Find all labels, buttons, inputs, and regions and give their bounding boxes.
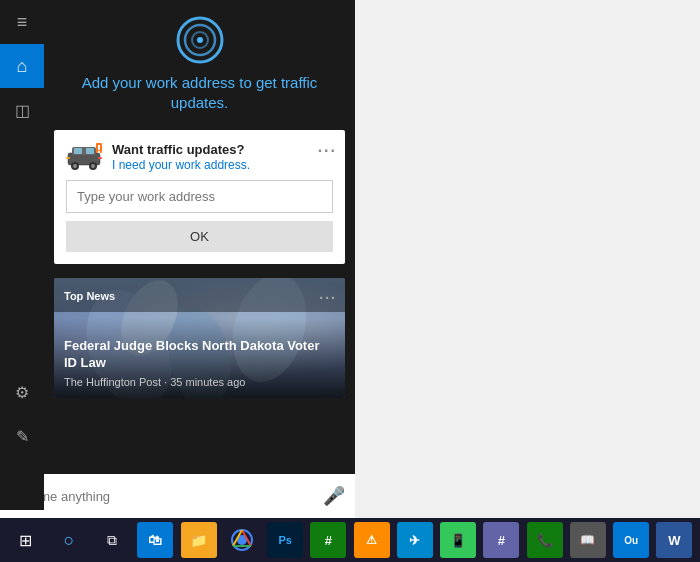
sidebar-item-settings[interactable]: ⚙ (0, 370, 44, 414)
calculator-taskbar-item[interactable]: # (307, 518, 350, 562)
start-button[interactable]: ⊞ (4, 518, 47, 562)
svg-rect-12 (66, 157, 70, 159)
svg-point-11 (91, 164, 95, 168)
svg-point-3 (197, 37, 203, 43)
news-section-label: Top News (64, 290, 115, 302)
windows-icon: ⊞ (19, 531, 32, 550)
sidebar-item-menu[interactable]: ≡ (0, 0, 44, 44)
news-card: ... Top News Federal Judge Blocks No (54, 278, 345, 398)
svg-rect-6 (74, 148, 82, 154)
outlook-taskbar-item[interactable]: Ou (610, 518, 653, 562)
traffic-card: ... (54, 130, 345, 264)
cortana-panel: ≡ ⌂ ◫ ⚙ ✎ Add your wo (0, 0, 355, 562)
photoshop-taskbar-item[interactable]: Ps (264, 518, 307, 562)
book-icon: 📖 (570, 522, 606, 558)
traffic-card-title: Want traffic updates? (112, 142, 250, 158)
cortana-circle-icon: ○ (63, 530, 74, 551)
avast-icon: ⚠ (354, 522, 390, 558)
phone-taskbar-item[interactable]: 📞 (523, 518, 566, 562)
word-taskbar-item[interactable]: W (653, 518, 696, 562)
svg-rect-13 (98, 157, 102, 159)
task-view-icon: ⧉ (107, 532, 117, 549)
sidebar-bottom: ⚙ ✎ (0, 370, 44, 458)
avast-taskbar-item[interactable]: ⚠ (350, 518, 393, 562)
traffic-card-subtitle[interactable]: I need your work address. (112, 158, 250, 172)
ok-button[interactable]: OK (66, 221, 333, 252)
line-icon: 📱 (440, 522, 476, 558)
svg-rect-15 (98, 145, 100, 150)
svg-rect-16 (98, 151, 100, 153)
news-overlay: Federal Judge Blocks North Dakota Voter … (54, 318, 345, 398)
news-image: Top News Federal Judge Blocks North Dako… (54, 278, 345, 398)
store-app-icon: 🛍 (137, 522, 173, 558)
outlook-icon: Ou (613, 522, 649, 558)
notebook-icon: ◫ (15, 101, 30, 120)
store-taskbar-item[interactable]: 🛍 (134, 518, 177, 562)
calculator-icon: # (310, 522, 346, 558)
telegram-icon: ✈ (397, 522, 433, 558)
cortana-header-title: Add your work address to get traffic upd… (54, 73, 345, 112)
tags-taskbar-item[interactable]: # (480, 518, 523, 562)
work-address-input[interactable] (66, 180, 333, 213)
file-explorer-taskbar-item[interactable]: 📁 (177, 518, 220, 562)
sidebar: ≡ ⌂ ◫ ⚙ ✎ (0, 0, 44, 510)
tags-icon: # (483, 522, 519, 558)
hamburger-icon: ≡ (17, 12, 28, 33)
sidebar-item-feedback[interactable]: ✎ (0, 414, 44, 458)
card-header: Want traffic updates? I need your work a… (66, 142, 333, 172)
cortana-header: Add your work address to get traffic upd… (44, 0, 355, 122)
sidebar-item-notebook[interactable]: ◫ (0, 88, 44, 132)
news-card-menu[interactable]: ... (319, 286, 337, 302)
sidebar-item-home[interactable]: ⌂ (0, 44, 44, 88)
news-source: The Huffington Post · 35 minutes ago (64, 376, 335, 388)
chrome-taskbar-item[interactable] (220, 518, 263, 562)
cortana-logo-icon (175, 15, 225, 65)
svg-rect-7 (86, 148, 94, 154)
news-headline[interactable]: Federal Judge Blocks North Dakota Voter … (64, 338, 335, 372)
photoshop-icon: Ps (267, 522, 303, 558)
phone-icon: 📞 (527, 522, 563, 558)
book-taskbar-item[interactable]: 📖 (566, 518, 609, 562)
feedback-icon: ✎ (16, 427, 29, 446)
car-icon (66, 143, 102, 171)
home-icon: ⌂ (17, 56, 28, 77)
news-label-bar: Top News (54, 278, 345, 312)
cortana-taskbar-button[interactable]: ○ (47, 518, 90, 562)
file-explorer-icon: 📁 (181, 522, 217, 558)
card-menu-button[interactable]: ... (318, 138, 337, 156)
word-icon: W (656, 522, 692, 558)
card-header-text: Want traffic updates? I need your work a… (112, 142, 250, 172)
microphone-icon[interactable]: 🎤 (323, 485, 345, 507)
desktop-area (355, 0, 700, 518)
ask-bar: 🎤 (0, 474, 355, 518)
task-view-button[interactable]: ⧉ (91, 518, 134, 562)
telegram-taskbar-item[interactable]: ✈ (393, 518, 436, 562)
svg-point-9 (73, 164, 77, 168)
taskbar: ⊞ ○ ⧉ 🛍 📁 Ps # (0, 518, 700, 562)
ask-input[interactable] (14, 489, 323, 504)
line-taskbar-item[interactable]: 📱 (437, 518, 480, 562)
settings-icon: ⚙ (15, 383, 29, 402)
chrome-icon (224, 522, 260, 558)
